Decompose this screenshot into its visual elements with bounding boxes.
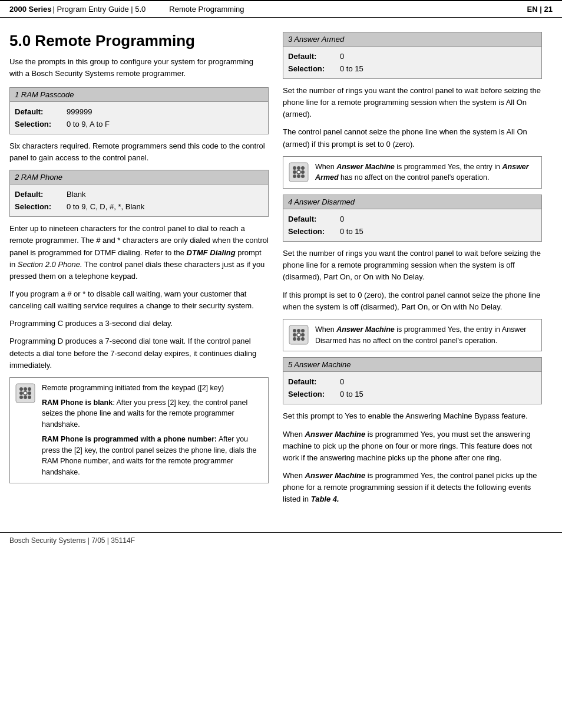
svg-point-17 xyxy=(293,174,296,178)
section1-default-row: Default: 999999 xyxy=(15,106,263,118)
section4-default-label: Default: xyxy=(288,215,335,223)
section2-body4: Programming D produces a 7-second dial t… xyxy=(9,335,269,371)
header-page: EN | 21 xyxy=(527,5,553,14)
section5-selection-value: 0 to 15 xyxy=(340,390,363,398)
svg-point-11 xyxy=(293,166,296,170)
section5-body2: When Answer Machine is programmed Yes, y… xyxy=(283,429,542,464)
svg-point-23 xyxy=(301,329,305,332)
svg-point-2 xyxy=(24,387,27,391)
left-column: 5.0 Remote Programming Use the prompts i… xyxy=(9,32,269,511)
svg-point-8 xyxy=(24,396,27,399)
tip-icon-section4 xyxy=(288,324,309,345)
section2-header: 2 RAM Phone xyxy=(10,170,268,185)
section5-default-label: Default: xyxy=(288,377,335,386)
tip-text-section4: When Answer Machine is programmed Yes, t… xyxy=(315,324,537,347)
svg-point-24 xyxy=(293,333,296,337)
tip-line3: RAM Phone is programmed with a phone num… xyxy=(42,434,263,478)
svg-point-27 xyxy=(293,337,296,341)
tip-icon-section3 xyxy=(288,162,309,183)
svg-point-22 xyxy=(297,329,300,332)
section1-body: Default: 999999 Selection: 0 to 9, A to … xyxy=(10,102,268,134)
section5-header: 5 Answer Machine xyxy=(283,358,541,372)
section4-selection-value: 0 to 15 xyxy=(340,227,363,236)
section3-default-value: 0 xyxy=(340,52,344,61)
svg-point-28 xyxy=(297,337,300,341)
section4-default-row: Default: 0 xyxy=(288,213,537,225)
section3-selection-value: 0 to 15 xyxy=(340,64,363,73)
section1-default-value: 999999 xyxy=(67,107,92,116)
section3-body: Default: 0 Selection: 0 to 15 xyxy=(283,47,541,78)
svg-point-7 xyxy=(19,396,23,399)
section5-selection-row: Selection: 0 to 15 xyxy=(288,388,537,400)
section2-selection-value: 0 to 9, C, D, #, *, Blank xyxy=(67,202,144,211)
header-guide: | Program Entry Guide | 5.0 xyxy=(53,5,146,14)
svg-point-15 xyxy=(297,170,300,174)
section3-body2: The control panel cannot seize the phone… xyxy=(283,126,542,150)
svg-point-3 xyxy=(28,387,31,391)
svg-point-19 xyxy=(301,174,305,178)
tip-ram-blank-label: RAM Phone is blank xyxy=(42,398,113,407)
tip-box-section3: When Answer Machine is programmed Yes, t… xyxy=(283,156,542,189)
tip-text-left: Remote programming initiated from the ke… xyxy=(42,383,263,478)
svg-point-16 xyxy=(301,170,305,174)
tip-line1: Remote programming initiated from the ke… xyxy=(42,383,263,394)
section2-default-value: Blank xyxy=(67,190,86,199)
section-ram-passcode: 1 RAM Passcode Default: 999999 Selection… xyxy=(9,87,269,134)
page-title: 5.0 Remote Programming xyxy=(9,32,269,50)
section5-default-value: 0 xyxy=(340,377,344,386)
footer-text: Bosch Security Systems | 7/05 | 35114F xyxy=(9,536,135,545)
svg-point-1 xyxy=(19,387,23,391)
section5-body1: Set this prompt to Yes to enable the Ans… xyxy=(283,410,542,422)
section5-selection-label: Selection: xyxy=(288,390,335,398)
section4-selection-row: Selection: 0 to 15 xyxy=(288,225,537,238)
tip-ram-phone-label: RAM Phone is programmed with a phone num… xyxy=(42,435,217,443)
section4-default-value: 0 xyxy=(340,215,344,223)
header-left: 2000 Series | Program Entry Guide | 5.0 … xyxy=(9,5,527,14)
section3-selection-label: Selection: xyxy=(288,64,335,73)
section3-default-label: Default: xyxy=(288,52,335,61)
right-column: 3 Answer Armed Default: 0 Selection: 0 t… xyxy=(283,32,542,511)
section1-selection-row: Selection: 0 to 9, A to F xyxy=(15,118,263,130)
section4-header: 4 Answer Disarmed xyxy=(283,195,541,209)
svg-point-13 xyxy=(301,166,305,170)
section2-body: Default: Blank Selection: 0 to 9, C, D, … xyxy=(10,185,268,216)
section3-selection-row: Selection: 0 to 15 xyxy=(288,62,537,75)
svg-point-5 xyxy=(24,391,27,395)
section5-default-row: Default: 0 xyxy=(288,375,537,388)
section1-selection-value: 0 to 9, A to F xyxy=(67,120,110,129)
intro-text: Use the prompts in this group to configu… xyxy=(9,56,269,79)
section4-selection-label: Selection: xyxy=(288,227,335,236)
section2-selection-label: Selection: xyxy=(15,202,62,211)
section4-body: Default: 0 Selection: 0 to 15 xyxy=(283,209,541,241)
section2-default-row: Default: Blank xyxy=(15,188,263,200)
section-answer-disarmed: 4 Answer Disarmed Default: 0 Selection: … xyxy=(283,195,542,242)
section-answer-armed: 3 Answer Armed Default: 0 Selection: 0 t… xyxy=(283,32,542,79)
tip-box-section4: When Answer Machine is programmed Yes, t… xyxy=(283,319,542,352)
svg-point-25 xyxy=(297,333,300,337)
section4-body1: Set the number of rings you want the con… xyxy=(283,248,542,283)
section1-body-text: Six characters required. Remote programm… xyxy=(9,140,269,164)
header-series: 2000 Series xyxy=(9,5,52,14)
main-content: 5.0 Remote Programming Use the prompts i… xyxy=(0,18,562,521)
section2-body1: Enter up to nineteen characters for the … xyxy=(9,223,269,282)
tip-icon-left xyxy=(15,383,36,404)
svg-point-6 xyxy=(28,391,31,395)
section1-header: 1 RAM Passcode xyxy=(10,88,268,102)
svg-point-26 xyxy=(301,333,305,337)
tip-line2: RAM Phone is blank: After you press [2] … xyxy=(42,397,263,430)
tip-box-left: Remote programming initiated from the ke… xyxy=(9,377,269,483)
section1-selection-label: Selection: xyxy=(15,120,62,129)
section5-body3: When Answer Machine is programmed Yes, t… xyxy=(283,470,542,505)
section5-body: Default: 0 Selection: 0 to 15 xyxy=(283,372,541,404)
section-ram-phone: 2 RAM Phone Default: Blank Selection: 0 … xyxy=(9,170,269,217)
section3-body1: Set the number of rings you want the con… xyxy=(283,85,542,120)
svg-point-4 xyxy=(19,391,23,395)
section1-default-label: Default: xyxy=(15,107,62,116)
svg-point-21 xyxy=(293,329,296,332)
section3-default-row: Default: 0 xyxy=(288,50,537,62)
page-header: 2000 Series | Program Entry Guide | 5.0 … xyxy=(0,0,562,18)
section2-selection-row: Selection: 0 to 9, C, D, #, *, Blank xyxy=(15,200,263,213)
svg-point-9 xyxy=(28,396,31,399)
header-title: Remote Programming xyxy=(169,5,244,14)
section2-default-label: Default: xyxy=(15,190,62,199)
